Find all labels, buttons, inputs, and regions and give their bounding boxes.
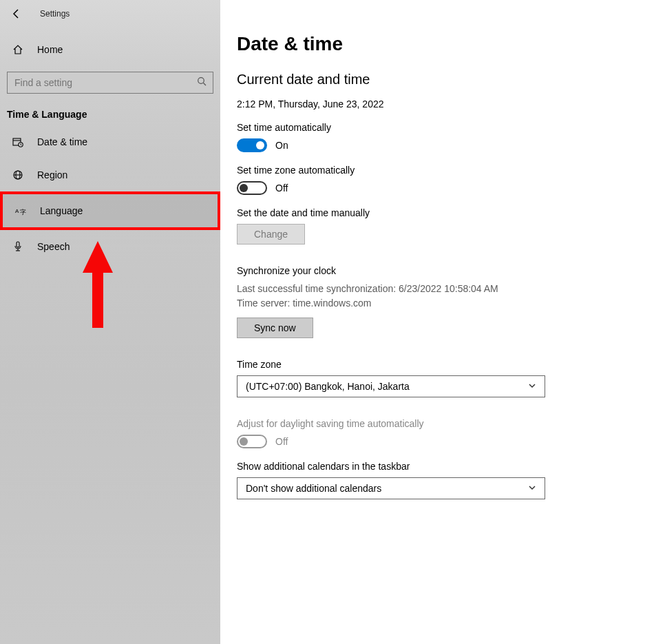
dst-label: Adjust for daylight saving time automati… [237,418,648,429]
sidebar-item-language[interactable]: A字 Language [3,194,218,227]
svg-text:A: A [15,208,19,214]
sidebar-item-speech[interactable]: Speech [0,230,220,263]
time-zone-select[interactable]: (UTC+07:00) Bangkok, Hanoi, Jakarta [237,375,545,397]
svg-point-0 [198,78,204,84]
sidebar-item-label: Language [40,205,83,216]
back-button[interactable] [11,8,22,19]
arrow-left-icon [11,8,22,19]
calendar-clock-icon [11,136,25,147]
chevron-down-icon [528,381,536,392]
set-tz-auto-toggle[interactable] [237,181,267,195]
additional-calendars-value: Don't show additional calendars [246,483,381,494]
svg-text:字: 字 [20,209,26,216]
sidebar: Settings Home Time & Language Date & tim… [0,0,220,644]
sidebar-item-label: Home [37,44,63,55]
set-time-auto-toggle[interactable] [237,138,267,152]
sidebar-item-date-time[interactable]: Date & time [0,125,220,158]
sync-server-value: Time server: time.windows.com [237,296,648,311]
current-datetime-value: 2:12 PM, Thursday, June 23, 2022 [237,98,648,110]
dst-state: Off [275,436,288,447]
svg-line-1 [204,83,207,86]
sidebar-item-label: Date & time [37,136,87,147]
main-content: Date & time Current date and time 2:12 P… [220,0,665,644]
search-input[interactable] [7,72,213,94]
dst-toggle [237,435,267,448]
set-time-auto-label: Set time automatically [237,122,648,133]
home-icon [11,44,25,55]
page-title: Date & time [237,33,648,55]
current-datetime-heading: Current date and time [237,72,648,87]
time-zone-value: (UTC+07:00) Bangkok, Hanoi, Jakarta [246,381,410,392]
change-button: Change [237,224,305,245]
sidebar-item-home[interactable]: Home [0,36,220,63]
search-container [7,72,213,94]
additional-calendars-label: Show additional calendars in the taskbar [237,461,648,472]
time-zone-heading: Time zone [237,359,648,370]
app-title: Settings [40,9,70,19]
sidebar-item-label: Region [37,169,67,180]
search-icon [197,76,207,89]
globe-icon [11,169,25,180]
set-time-auto-state: On [275,140,288,151]
microphone-icon [11,241,25,252]
sidebar-section-title: Time & Language [0,94,220,125]
set-tz-auto-label: Set time zone automatically [237,165,648,176]
additional-calendars-select[interactable]: Don't show additional calendars [237,477,545,499]
set-tz-auto-state: Off [275,183,288,194]
svg-rect-12 [17,242,19,247]
titlebar: Settings [0,0,220,28]
annotation-highlight: A字 Language [0,191,220,230]
sidebar-item-label: Speech [37,241,70,252]
sync-clock-heading: Synchronize your clock [237,265,648,276]
sync-last-value: Last successful time synchronization: 6/… [237,282,648,296]
language-icon: A字 [14,205,28,216]
svg-line-6 [21,145,21,145]
set-manual-label: Set the date and time manually [237,207,648,218]
sync-now-button[interactable]: Sync now [237,318,313,338]
chevron-down-icon [528,483,536,494]
sidebar-item-region[interactable]: Region [0,158,220,191]
